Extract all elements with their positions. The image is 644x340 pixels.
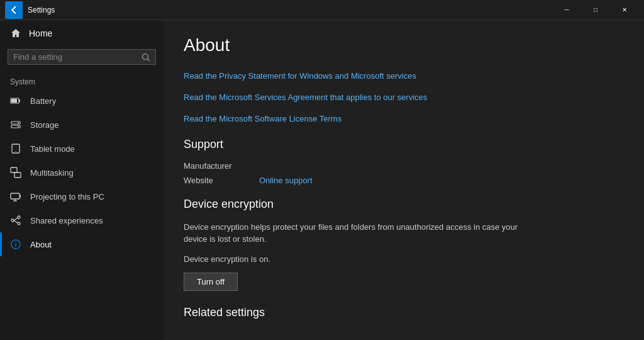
- related-settings-title: Related settings: [184, 306, 624, 319]
- svg-rect-4: [11, 99, 17, 103]
- storage-icon: [10, 119, 21, 130]
- sidebar-item-battery[interactable]: Battery: [0, 89, 164, 113]
- sidebar-label-about: About: [30, 240, 52, 249]
- main-container: Home System Battery: [0, 20, 644, 340]
- sidebar-item-about[interactable]: About: [0, 232, 164, 256]
- svg-line-20: [14, 218, 18, 220]
- sidebar-label-storage: Storage: [30, 120, 59, 130]
- turn-off-button[interactable]: Turn off: [184, 273, 238, 291]
- sidebar-label-tablet: Tablet mode: [30, 144, 75, 154]
- tablet-icon: [10, 143, 21, 154]
- sidebar-item-shared[interactable]: Shared experiences: [0, 208, 164, 232]
- titlebar-title: Settings: [28, 6, 552, 14]
- shared-icon: [10, 215, 21, 226]
- services-link[interactable]: Read the Microsoft Services Agreement th…: [184, 92, 624, 103]
- close-button[interactable]: ✕: [610, 0, 639, 20]
- svg-rect-3: [19, 99, 20, 102]
- svg-point-24: [15, 242, 16, 243]
- home-icon: [10, 28, 21, 39]
- privacy-link[interactable]: Read the Privacy Statement for Windows a…: [184, 71, 624, 82]
- svg-rect-13: [11, 193, 19, 199]
- sidebar-home-label: Home: [29, 28, 52, 38]
- encryption-status: Device encryption is on.: [184, 254, 624, 264]
- window-controls: ─ □ ✕: [552, 0, 639, 20]
- svg-point-7: [18, 122, 19, 123]
- sidebar-item-multitasking[interactable]: Multitasking: [0, 161, 164, 184]
- svg-line-1: [148, 59, 150, 61]
- about-icon: [10, 239, 21, 250]
- svg-rect-16: [20, 195, 21, 198]
- sidebar-label-battery: Battery: [30, 96, 56, 106]
- sidebar-label-multitasking: Multitasking: [30, 168, 74, 178]
- support-section-title: Support: [184, 138, 624, 151]
- website-label: Website: [184, 176, 259, 185]
- svg-rect-11: [11, 167, 17, 173]
- sidebar-item-projecting[interactable]: Projecting to this PC: [0, 184, 164, 208]
- online-support-link[interactable]: Online support: [259, 176, 313, 185]
- sidebar-label-projecting: Projecting to this PC: [30, 192, 104, 201]
- sidebar-item-home[interactable]: Home: [0, 20, 164, 47]
- sidebar-label-shared: Shared experiences: [30, 216, 103, 225]
- svg-line-21: [14, 220, 18, 223]
- svg-point-17: [18, 216, 20, 218]
- page-title: About: [184, 35, 624, 55]
- device-encryption-title: Device encryption: [184, 198, 624, 211]
- svg-point-8: [18, 126, 19, 127]
- sidebar: Home System Battery: [0, 20, 164, 340]
- svg-rect-12: [14, 173, 21, 178]
- license-link[interactable]: Read the Microsoft Software License Term…: [184, 113, 624, 125]
- projecting-icon: [10, 191, 21, 202]
- encryption-description: Device encryption helps protect your fil…: [184, 221, 536, 246]
- search-box[interactable]: [8, 49, 156, 65]
- svg-point-0: [143, 54, 148, 59]
- content-area: About Read the Privacy Statement for Win…: [164, 20, 644, 340]
- manufacturer-label: Manufacturer: [184, 161, 259, 171]
- titlebar: Settings ─ □ ✕: [0, 0, 644, 20]
- svg-point-18: [18, 222, 20, 225]
- sidebar-item-tablet[interactable]: Tablet mode: [0, 137, 164, 161]
- battery-icon: [10, 95, 21, 106]
- sidebar-item-storage[interactable]: Storage: [0, 113, 164, 137]
- maximize-button[interactable]: □: [581, 0, 610, 20]
- svg-point-19: [11, 219, 14, 222]
- search-icon: [142, 53, 150, 62]
- back-button[interactable]: [5, 1, 23, 19]
- minimize-button[interactable]: ─: [552, 0, 581, 20]
- manufacturer-row: Manufacturer: [184, 161, 624, 171]
- sidebar-section-label: System: [0, 72, 164, 89]
- multitasking-icon: [10, 167, 21, 178]
- website-row: Website Online support: [184, 176, 624, 185]
- search-input[interactable]: [13, 52, 138, 62]
